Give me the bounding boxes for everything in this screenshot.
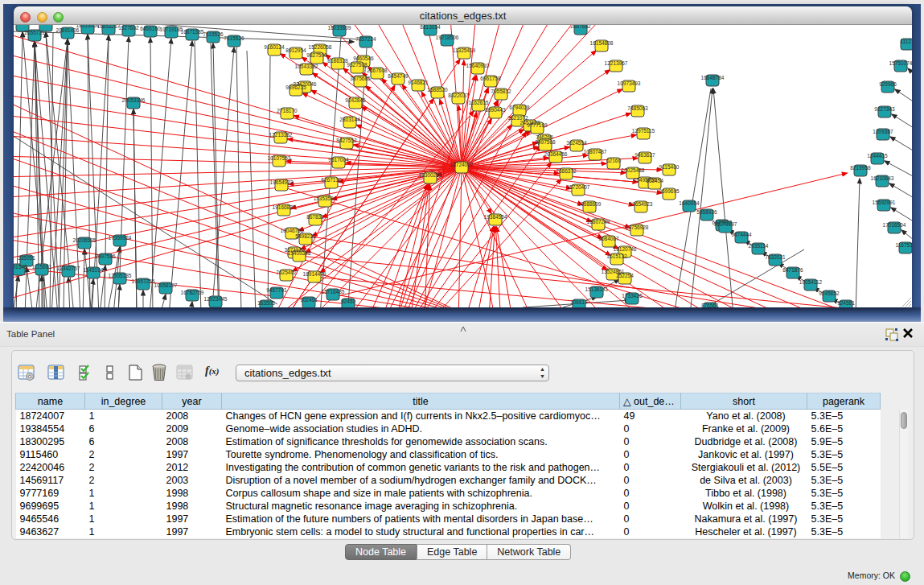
svg-text:2687682: 2687682 [570,25,591,29]
svg-text:163505: 163505 [257,300,275,306]
svg-text:9699695: 9699695 [659,188,680,194]
svg-text:10719185: 10719185 [160,27,183,32]
svg-text:9463627: 9463627 [634,152,655,158]
svg-text:18300295: 18300295 [419,172,442,178]
svg-text:1145194: 1145194 [84,267,104,273]
svg-text:19218506: 19218506 [436,35,459,40]
svg-text:10107553: 10107553 [268,155,291,161]
svg-text:9896215: 9896215 [285,84,306,90]
svg-text:20053346: 20053346 [122,97,146,103]
svg-text:7357224: 7357224 [355,36,376,42]
svg-text:19654923: 19654923 [270,179,294,185]
svg-text:2935114: 2935114 [749,243,769,249]
svg-text:16120746: 16120746 [614,246,637,252]
svg-text:10973493: 10973493 [618,80,641,86]
svg-text:15716485: 15716485 [322,289,345,295]
svg-text:12213382: 12213382 [269,132,293,138]
svg-text:15409348: 15409348 [288,250,311,256]
svg-text:9827500: 9827500 [306,52,327,58]
svg-text:9160124: 9160124 [264,44,285,50]
svg-text:8990443: 8990443 [485,107,506,113]
svg-text:16033809: 16033809 [328,25,351,31]
svg-text:3875685: 3875685 [350,76,371,81]
svg-text:15136141: 15136141 [585,286,609,292]
svg-text:11353594: 11353594 [314,196,337,201]
svg-text:10025488: 10025488 [622,167,645,173]
svg-text:9457791: 9457791 [266,287,287,293]
svg-text:16648784: 16648784 [701,75,725,80]
svg-text:6794028: 6794028 [509,105,530,110]
svg-text:10958107: 10958107 [154,282,178,288]
svg-text:12923445: 12923445 [204,296,228,302]
svg-text:10151: 10151 [15,25,30,26]
svg-text:8267130: 8267130 [321,177,342,183]
svg-text:876561: 876561 [701,303,719,307]
svg-text:9115460: 9115460 [659,164,680,170]
svg-text:5958926: 5958926 [696,209,717,215]
svg-text:2997586: 2997586 [95,253,116,259]
svg-text:6466160: 6466160 [140,26,161,31]
svg-text:11325419: 11325419 [453,47,476,53]
svg-text:1733426: 1733426 [622,293,643,299]
svg-text:391545: 391545 [14,264,27,270]
svg-text:6961758: 6961758 [480,76,501,81]
svg-text:867832: 867832 [306,214,324,220]
svg-text:1615132: 1615132 [606,253,627,259]
svg-text:7386372: 7386372 [556,168,577,174]
svg-text:17359924: 17359924 [109,235,132,241]
svg-text:20364456: 20364456 [544,151,568,157]
svg-text:929966: 929966 [879,81,897,87]
svg-text:2718170: 2718170 [277,108,298,113]
svg-text:9146821: 9146821 [408,80,429,85]
svg-text:20691406: 20691406 [56,27,80,33]
svg-text:1162615: 1162615 [469,100,489,105]
svg-text:16210643: 16210643 [871,175,894,181]
svg-text:15692991: 15692991 [873,200,896,205]
svg-text:9517004: 9517004 [328,157,349,163]
svg-text:10543382: 10543382 [295,64,318,69]
svg-text:335051: 335051 [18,255,35,261]
svg-text:1244415: 1244415 [867,153,888,159]
svg-text:3624554: 3624554 [566,140,587,146]
svg-text:17957255: 17957255 [132,278,155,284]
svg-text:1167533: 1167533 [896,242,912,248]
svg-text:18807249: 18807249 [587,219,610,225]
svg-text:92450: 92450 [341,299,355,304]
svg-text:1588520: 1588520 [427,87,448,93]
svg-text:9245652: 9245652 [819,290,840,296]
svg-text:5498222: 5498222 [295,233,316,239]
svg-text:19654923: 19654923 [630,201,653,207]
svg-text:15640910: 15640910 [466,63,490,68]
svg-text:9460546: 9460546 [353,56,374,61]
svg-text:2803144: 2803144 [339,117,360,122]
svg-text:15720407: 15720407 [567,184,590,190]
svg-text:10688609: 10688609 [578,201,602,207]
svg-text:20206505: 20206505 [73,237,97,243]
svg-text:62160: 62160 [606,158,621,163]
svg-text:16154808: 16154808 [590,40,614,46]
svg-text:10054112: 10054112 [799,279,823,285]
svg-text:9327508: 9327508 [347,62,368,68]
svg-text:6497568: 6497568 [535,139,556,145]
svg-text:12975115: 12975115 [632,128,655,134]
svg-text:19166827: 19166827 [273,204,296,210]
svg-text:11121: 11121 [900,39,912,44]
svg-text:9242845: 9242845 [345,97,366,103]
svg-text:7515526: 7515526 [203,31,224,37]
svg-text:10046756: 10046756 [281,228,304,233]
svg-text:1115681: 1115681 [32,264,52,270]
svg-text:16782759: 16782759 [181,290,204,295]
svg-text:7632021: 7632021 [765,254,786,260]
svg-text:9777169: 9777169 [527,122,548,128]
svg-text:9474444: 9474444 [731,232,752,237]
svg-text:2055721: 2055721 [24,30,45,35]
svg-text:8912954: 8912954 [285,47,306,53]
svg-text:2667608: 2667608 [367,68,388,73]
svg-text:18724007: 18724007 [450,162,474,167]
svg-text:9227343: 9227343 [874,106,895,112]
svg-text:1640954: 1640954 [679,200,700,206]
svg-text:17016504: 17016504 [883,222,906,228]
svg-text:18313054: 18313054 [76,25,100,28]
svg-text:16671385: 16671385 [181,29,204,35]
svg-text:8454749: 8454749 [388,73,409,79]
